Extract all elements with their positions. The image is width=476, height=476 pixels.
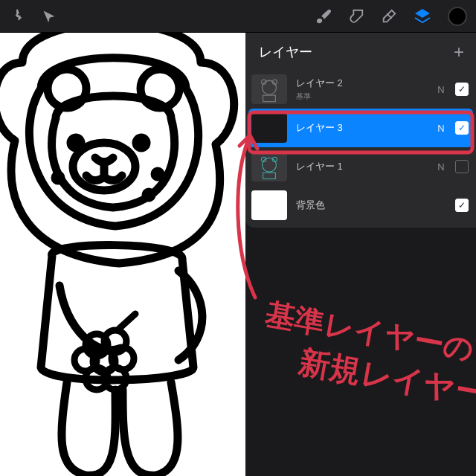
add-layer-button[interactable]: + <box>454 43 464 61</box>
svg-point-19 <box>263 158 277 172</box>
svg-point-5 <box>55 175 61 181</box>
adjust-icon[interactable] <box>9 8 25 25</box>
color-swatch[interactable] <box>448 7 467 26</box>
canvas[interactable] <box>0 33 245 476</box>
layer-blend-mode[interactable]: N <box>436 161 446 173</box>
layer-thumbnail <box>251 190 287 220</box>
layer-row-background[interactable]: 背景色 ✓ <box>245 186 476 225</box>
brush-icon[interactable] <box>315 8 332 25</box>
layer-name: 背景色 <box>296 199 427 212</box>
layer-visibility-checkbox[interactable] <box>455 160 469 173</box>
layer-blend-mode[interactable]: N <box>436 84 446 95</box>
annotation-line2: 新規レイヤー <box>295 344 476 411</box>
svg-point-6 <box>155 171 161 177</box>
layer-row[interactable]: レイヤー 1 N <box>245 147 476 186</box>
layer-subtitle: 基準 <box>296 91 427 102</box>
svg-line-15 <box>119 314 135 329</box>
svg-point-7 <box>146 192 152 198</box>
layers-icon[interactable] <box>414 7 431 25</box>
canvas-artwork <box>0 33 245 476</box>
layer-visibility-checkbox[interactable]: ✓ <box>455 83 469 96</box>
layer-name: レイヤー 1 <box>296 160 427 173</box>
top-toolbar <box>0 0 476 33</box>
layer-thumbnail <box>251 152 287 181</box>
annotation-line1: 基準レイヤーの下に <box>263 297 476 376</box>
smudge-icon[interactable] <box>348 8 364 25</box>
layer-row[interactable]: レイヤー 2 基準 N ✓ <box>245 70 476 109</box>
layer-thumbnail <box>251 113 287 143</box>
layer-row-selected[interactable]: レイヤー 3 N ✓ <box>248 109 473 147</box>
layers-panel: レイヤー + レイヤー 2 基準 N ✓ レイヤー 3 N ✓ レイヤー 1 N <box>245 33 476 228</box>
layer-visibility-checkbox[interactable]: ✓ <box>455 121 469 135</box>
svg-point-3 <box>71 138 81 148</box>
eraser-icon[interactable] <box>381 8 397 25</box>
layer-thumbnail <box>251 74 287 104</box>
layer-blend-mode[interactable]: N <box>436 123 446 134</box>
layer-name: レイヤー 2 <box>296 77 427 90</box>
svg-point-16 <box>263 80 277 94</box>
layer-visibility-checkbox[interactable]: ✓ <box>455 199 469 212</box>
svg-point-4 <box>136 138 147 148</box>
layer-name: レイヤー 3 <box>296 121 427 135</box>
arrow-icon[interactable] <box>42 9 57 24</box>
layers-panel-title: レイヤー <box>259 43 312 61</box>
